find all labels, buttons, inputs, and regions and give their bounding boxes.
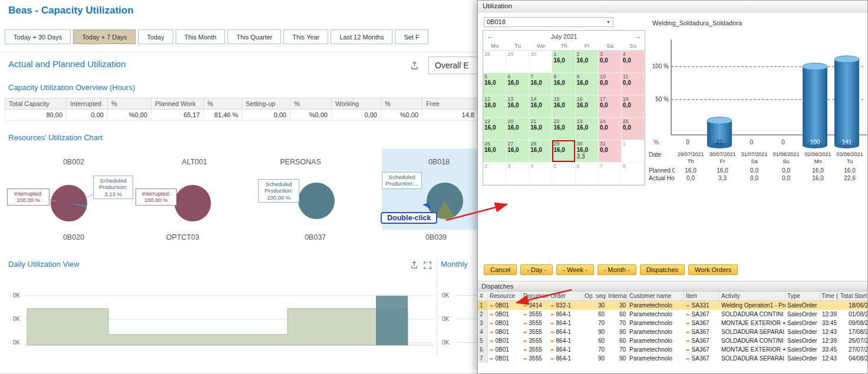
- link-arrow-icon[interactable]: ➨: [523, 312, 528, 317]
- dispatch-row[interactable]: 4➨0B01➨3555➨864-19090Parametechnolo➨SA36…: [478, 327, 867, 336]
- link-arrow-icon[interactable]: ➨: [686, 320, 691, 326]
- resource-dropdown[interactable]: 0B018 ▼: [484, 17, 613, 27]
- link-arrow-icon[interactable]: ➨: [686, 338, 691, 344]
- link-arrow-icon[interactable]: ➨: [686, 356, 691, 362]
- calendar-day-2[interactable]: 216,0: [576, 51, 599, 73]
- calendar-day-28[interactable]: 28: [483, 51, 506, 73]
- calendar-day-31[interactable]: 310,0: [599, 140, 622, 163]
- calendar-day-7[interactable]: 7: [599, 163, 622, 185]
- dispatch-row[interactable]: 3➨0B01➨3555➨864-17070Parametechnolo➨SA36…: [478, 319, 867, 327]
- calendar-day-5[interactable]: 516,0: [483, 73, 506, 95]
- calendar-day-4[interactable]: 4: [529, 163, 552, 185]
- calendar-day-28[interactable]: 2816,0: [529, 140, 552, 163]
- pie-chart-personas[interactable]: [298, 183, 335, 219]
- filter-set-f[interactable]: Set F: [395, 29, 428, 44]
- link-arrow-icon[interactable]: ➨: [490, 303, 494, 309]
- calendar-day-7[interactable]: 716,0: [529, 73, 552, 95]
- filter-last-12-months[interactable]: Last 12 Months: [331, 29, 392, 44]
- button--day-[interactable]: - Day -: [520, 264, 553, 275]
- link-arrow-icon[interactable]: ➨: [490, 320, 494, 326]
- link-arrow-icon[interactable]: ➨: [490, 347, 494, 353]
- link-arrow-icon[interactable]: ➨: [523, 329, 528, 335]
- link-arrow-icon[interactable]: ➨: [490, 329, 494, 335]
- calendar-day-8[interactable]: 8: [622, 163, 645, 185]
- button-work-orders[interactable]: Work Orders: [688, 264, 738, 275]
- link-arrow-icon[interactable]: ➨: [523, 303, 528, 309]
- filter-this-quarter[interactable]: This Quarter: [227, 29, 281, 44]
- link-arrow-icon[interactable]: ➨: [490, 312, 494, 317]
- link-arrow-icon[interactable]: ➨: [686, 329, 691, 335]
- calendar-day-18[interactable]: 180,0: [622, 95, 645, 118]
- calendar-day-24[interactable]: 240,0: [599, 118, 622, 140]
- calendar-day-17[interactable]: 170,0: [599, 95, 622, 118]
- link-arrow-icon[interactable]: ➨: [490, 338, 494, 344]
- filter-this-year[interactable]: This Year: [283, 29, 328, 44]
- calendar-day-6[interactable]: 6: [576, 163, 599, 185]
- calendar-prev-month-icon[interactable]: ←: [486, 31, 495, 41]
- dispatch-row[interactable]: 5➨0B01➨3555➨864-16060Parametechnolo➨SA36…: [478, 336, 867, 345]
- calendar-day-15[interactable]: 1516,0: [552, 95, 575, 118]
- export-icon[interactable]: [409, 60, 420, 71]
- calendar-day-6[interactable]: 616,0: [506, 73, 529, 95]
- calendar-day-3[interactable]: 30,0: [599, 51, 622, 73]
- calendar-day-21[interactable]: 2116,0: [529, 118, 552, 140]
- calendar-day-9[interactable]: 916,0: [576, 73, 599, 95]
- link-arrow-icon[interactable]: ➨: [686, 303, 691, 309]
- link-arrow-icon[interactable]: ➨: [550, 338, 555, 344]
- button--week-[interactable]: - Week -: [556, 264, 593, 275]
- calendar-day-1[interactable]: 1: [622, 140, 645, 163]
- button--month-[interactable]: - Month -: [598, 264, 636, 275]
- calendar-day-11[interactable]: 110,0: [622, 73, 645, 95]
- calendar-day-5[interactable]: 5: [552, 163, 575, 185]
- link-arrow-icon[interactable]: ➨: [550, 303, 555, 309]
- calendar-day-25[interactable]: 250,0: [622, 118, 645, 140]
- dispatch-row[interactable]: 1➨0B01➨3414➨832-13030Parametechnolo➨SA33…: [478, 301, 867, 310]
- calendar-day-30[interactable]: 30: [529, 51, 552, 73]
- dispatch-row[interactable]: 7➨0B01➨3555➨864-19090Parametechnolo➨SA36…: [478, 354, 867, 363]
- calendar-day-12[interactable]: 1216,0: [483, 95, 506, 118]
- pie-chart-0b002[interactable]: [51, 185, 87, 221]
- calendar-next-month-icon[interactable]: →: [633, 31, 642, 41]
- export-icon-daily[interactable]: [409, 260, 420, 270]
- calendar-day-20[interactable]: 2016,0: [506, 118, 529, 140]
- link-arrow-icon[interactable]: ➨: [523, 347, 528, 353]
- link-arrow-icon[interactable]: ➨: [490, 356, 494, 362]
- calendar-day-8[interactable]: 816,0: [552, 73, 575, 95]
- calendar-day-3[interactable]: 3: [506, 163, 529, 185]
- link-arrow-icon[interactable]: ➨: [550, 312, 555, 317]
- calendar-day-19[interactable]: 1916,0: [483, 118, 506, 140]
- button-dispatches[interactable]: Dispatches: [640, 264, 685, 275]
- calendar-day-29[interactable]: 29: [506, 51, 529, 73]
- dispatch-row[interactable]: 6➨0B01➨3555➨864-17070Parametechnolo➨SA36…: [478, 345, 867, 354]
- link-arrow-icon[interactable]: ➨: [686, 347, 691, 353]
- filter-today-7-days[interactable]: Today + 7 Days: [73, 29, 136, 44]
- calendar-day-22[interactable]: 2216,0: [552, 118, 575, 140]
- link-arrow-icon[interactable]: ➨: [523, 320, 528, 326]
- calendar-day-1[interactable]: 116,0: [552, 51, 575, 73]
- link-arrow-icon[interactable]: ➨: [686, 312, 691, 317]
- link-arrow-icon[interactable]: ➨: [550, 347, 555, 353]
- pie-chart-alt001[interactable]: [174, 185, 211, 221]
- link-arrow-icon[interactable]: ➨: [550, 320, 555, 326]
- link-arrow-icon[interactable]: ➨: [523, 338, 528, 344]
- calendar-day-23[interactable]: 2316,0: [576, 118, 599, 140]
- link-arrow-icon[interactable]: ➨: [550, 356, 555, 362]
- button-cancel[interactable]: Cancel: [484, 264, 517, 275]
- overall-equipment-button[interactable]: Overall E: [428, 57, 479, 74]
- dispatch-row[interactable]: 2➨0B01➨3555➨864-16060Parametechnolo➨SA36…: [478, 310, 867, 319]
- link-arrow-icon[interactable]: ➨: [550, 329, 555, 335]
- calendar-day-10[interactable]: 100,0: [599, 73, 622, 95]
- calendar-day-13[interactable]: 1316,0: [506, 95, 529, 118]
- calendar-day-27[interactable]: 2716,0: [506, 140, 529, 163]
- filter-today-30-days[interactable]: Today + 30 Days: [5, 29, 71, 44]
- expand-icon-daily[interactable]: [422, 260, 433, 270]
- filter-this-month[interactable]: This Month: [176, 29, 225, 44]
- calendar-day-26[interactable]: 2616,0: [483, 140, 506, 163]
- calendar-day-4[interactable]: 40,0: [622, 51, 645, 73]
- calendar-day-29[interactable]: 2916,0: [552, 140, 575, 163]
- link-arrow-icon[interactable]: ➨: [523, 356, 528, 362]
- filter-today[interactable]: Today: [138, 29, 173, 44]
- calendar-day-2[interactable]: 2: [483, 163, 506, 185]
- calendar-day-30[interactable]: 3016,03,3: [576, 140, 599, 163]
- calendar-day-14[interactable]: 1416,0: [529, 95, 552, 118]
